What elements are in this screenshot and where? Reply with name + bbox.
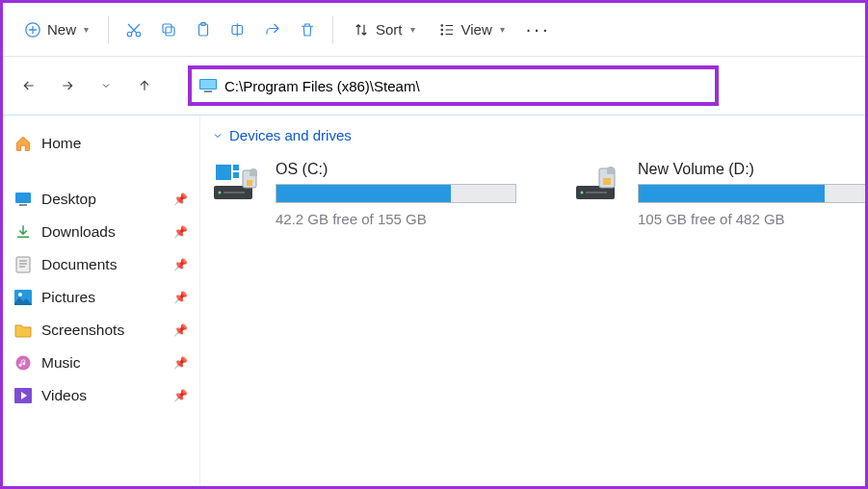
forward-button[interactable] bbox=[53, 71, 82, 100]
drive-name: New Volume (D:) bbox=[638, 161, 865, 178]
sidebar-item-label: Documents bbox=[41, 256, 117, 273]
pc-icon bbox=[199, 79, 217, 92]
new-button-label: New bbox=[47, 21, 76, 38]
delete-button[interactable] bbox=[292, 14, 323, 45]
plus-circle-icon bbox=[24, 21, 41, 39]
documents-icon bbox=[14, 256, 32, 273]
svg-point-18 bbox=[18, 293, 22, 296]
drive-item[interactable]: OS (C:) 42.2 GB free of 155 GB bbox=[212, 161, 516, 227]
view-button-label: View bbox=[461, 21, 492, 38]
drive-usage-bar bbox=[276, 184, 516, 203]
drive-free-label: 105 GB free of 482 GB bbox=[638, 211, 865, 227]
drives-list: OS (C:) 42.2 GB free of 155 GB bbox=[212, 161, 865, 227]
drive-body: New Volume (D:) 105 GB free of 482 GB bbox=[638, 161, 865, 227]
separator bbox=[332, 16, 333, 43]
svg-rect-14 bbox=[15, 193, 31, 203]
svg-point-29 bbox=[581, 192, 584, 194]
pin-icon: 📌 bbox=[173, 193, 188, 206]
sort-button-label: Sort bbox=[376, 21, 403, 38]
svg-rect-24 bbox=[233, 165, 239, 170]
pin-icon: 📌 bbox=[173, 356, 188, 370]
sort-icon bbox=[353, 21, 370, 39]
svg-rect-15 bbox=[19, 204, 27, 206]
svg-point-10 bbox=[441, 33, 443, 35]
up-button[interactable] bbox=[130, 71, 159, 100]
sidebar-item-label: Music bbox=[41, 354, 80, 372]
sidebar-item-pictures[interactable]: Pictures 📌 bbox=[9, 281, 194, 314]
folder-icon bbox=[14, 322, 32, 339]
pin-icon: 📌 bbox=[173, 258, 188, 271]
videos-icon bbox=[14, 387, 32, 404]
back-button[interactable] bbox=[14, 71, 43, 100]
more-button[interactable]: ··· bbox=[518, 18, 559, 40]
pin-icon: 📌 bbox=[173, 225, 188, 239]
toolbar: New ▾ Sort ▾ View ▾ ··· bbox=[3, 3, 865, 57]
paste-button[interactable] bbox=[188, 14, 219, 45]
group-header-label: Devices and drives bbox=[229, 127, 352, 143]
separator bbox=[108, 16, 109, 43]
sidebar: Home Desktop 📌 Downloads 📌 Documents 📌 P… bbox=[3, 116, 200, 486]
recent-button[interactable] bbox=[92, 71, 120, 100]
rename-button[interactable] bbox=[223, 14, 253, 45]
sidebar-item-home[interactable]: Home bbox=[9, 127, 194, 160]
drive-name: OS (C:) bbox=[276, 161, 516, 178]
svg-rect-3 bbox=[166, 27, 174, 36]
sidebar-item-label: Desktop bbox=[41, 191, 96, 208]
chevron-down-icon: ▾ bbox=[410, 24, 415, 35]
group-header[interactable]: Devices and drives bbox=[212, 127, 865, 143]
home-icon bbox=[14, 135, 32, 152]
svg-point-2 bbox=[136, 32, 141, 37]
sidebar-item-desktop[interactable]: Desktop 📌 bbox=[9, 183, 194, 216]
cut-button[interactable] bbox=[118, 14, 149, 45]
drive-icon bbox=[212, 161, 266, 203]
copy-button[interactable] bbox=[153, 14, 184, 45]
sidebar-item-music[interactable]: Music 📌 bbox=[9, 347, 194, 379]
pictures-icon bbox=[14, 289, 32, 306]
drive-body: OS (C:) 42.2 GB free of 155 GB bbox=[276, 161, 516, 227]
drive-free-label: 42.2 GB free of 155 GB bbox=[276, 211, 516, 227]
sidebar-item-label: Home bbox=[41, 135, 81, 152]
share-button[interactable] bbox=[257, 14, 288, 45]
chevron-down-icon bbox=[212, 130, 224, 142]
downloads-icon bbox=[14, 223, 32, 241]
svg-rect-4 bbox=[163, 24, 171, 33]
pin-icon: 📌 bbox=[173, 389, 188, 402]
address-input[interactable] bbox=[224, 78, 707, 94]
new-button[interactable]: New ▾ bbox=[14, 15, 98, 44]
pin-icon: 📌 bbox=[173, 291, 188, 304]
sidebar-item-documents[interactable]: Documents 📌 bbox=[9, 248, 194, 281]
svg-point-8 bbox=[441, 24, 443, 26]
svg-rect-16 bbox=[16, 257, 30, 272]
sidebar-item-label: Screenshots bbox=[41, 322, 124, 339]
pin-icon: 📌 bbox=[173, 323, 188, 337]
content-area: Devices and drives bbox=[200, 116, 865, 486]
svg-point-22 bbox=[219, 192, 222, 194]
svg-rect-31 bbox=[603, 178, 611, 185]
chevron-down-icon: ▾ bbox=[84, 24, 89, 35]
svg-point-9 bbox=[441, 29, 443, 31]
sidebar-item-label: Downloads bbox=[41, 223, 116, 241]
svg-rect-12 bbox=[200, 80, 216, 89]
address-bar[interactable] bbox=[188, 65, 719, 106]
chevron-down-icon: ▾ bbox=[500, 24, 505, 35]
desktop-icon bbox=[14, 191, 32, 208]
sidebar-item-label: Videos bbox=[41, 387, 87, 404]
view-icon bbox=[438, 21, 456, 39]
drive-icon bbox=[574, 161, 628, 203]
music-icon bbox=[14, 354, 32, 372]
svg-point-1 bbox=[127, 32, 132, 37]
sidebar-item-screenshots[interactable]: Screenshots 📌 bbox=[9, 314, 194, 347]
body: Home Desktop 📌 Downloads 📌 Documents 📌 P… bbox=[3, 115, 865, 486]
view-button[interactable]: View ▾ bbox=[429, 15, 514, 44]
sort-button[interactable]: Sort ▾ bbox=[343, 15, 425, 44]
sidebar-item-videos[interactable]: Videos 📌 bbox=[9, 379, 194, 412]
svg-rect-25 bbox=[233, 172, 239, 178]
drive-usage-bar bbox=[638, 184, 865, 203]
sidebar-item-label: Pictures bbox=[41, 289, 95, 306]
nav-row bbox=[3, 57, 865, 115]
svg-rect-13 bbox=[204, 90, 212, 92]
sidebar-item-downloads[interactable]: Downloads 📌 bbox=[9, 216, 194, 248]
svg-rect-27 bbox=[247, 180, 252, 186]
drive-item[interactable]: New Volume (D:) 105 GB free of 482 GB bbox=[574, 161, 865, 227]
svg-rect-23 bbox=[216, 165, 231, 180]
